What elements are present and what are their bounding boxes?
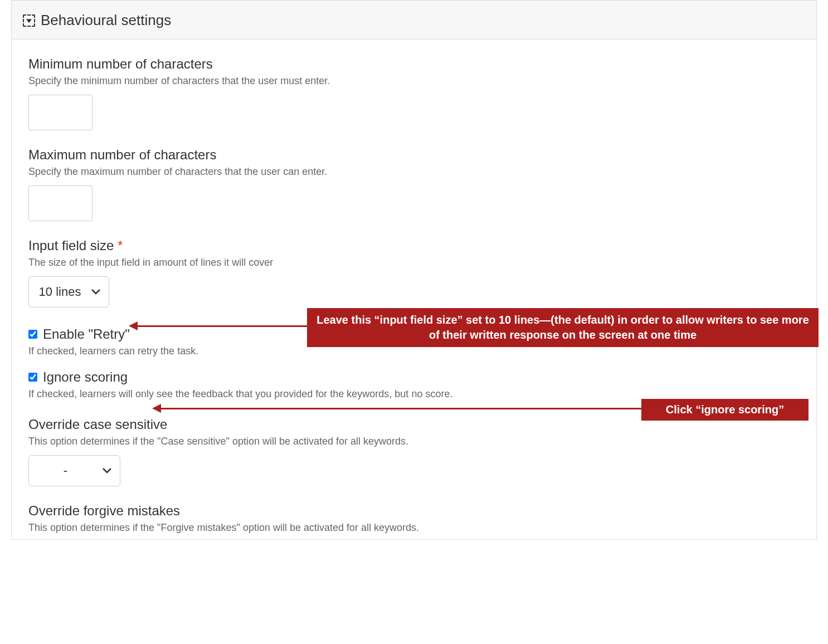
checkbox-label[interactable]: Ignore scoring <box>43 369 128 385</box>
input-size-select[interactable]: 10 lines <box>28 276 109 308</box>
callout-ignore-scoring: Click “ignore scoring” <box>641 399 808 421</box>
arrow-head-icon <box>129 321 138 330</box>
input-size-select-wrap: 10 lines <box>28 276 109 308</box>
field-desc: Specify the minimum number of characters… <box>28 75 800 87</box>
field-label: Input field size * <box>28 238 800 253</box>
panel-title: Behavioural settings <box>41 12 171 29</box>
ignore-scoring-checkbox[interactable] <box>28 373 37 382</box>
behavioural-settings-panel: Behavioural settings Minimum number of c… <box>11 0 817 540</box>
field-override-forgive: Override forgive mistakes This option de… <box>28 503 800 534</box>
field-input-size: Input field size * The size of the input… <box>28 238 800 308</box>
field-label-text: Input field size <box>28 238 114 253</box>
field-desc: Specify the maximum number of characters… <box>28 166 800 178</box>
field-label: Maximum number of characters <box>28 147 800 163</box>
override-case-select-wrap: - <box>28 455 120 486</box>
field-ignore-scoring: Ignore scoring If checked, learners will… <box>28 369 800 400</box>
arrow-line <box>138 325 307 327</box>
field-max-chars: Maximum number of characters Specify the… <box>28 147 800 221</box>
collapse-icon <box>23 14 35 27</box>
max-chars-input[interactable] <box>28 186 92 221</box>
field-desc: This option determines if the "Forgive m… <box>28 522 800 534</box>
field-override-case: Override case sensitive This option dete… <box>28 417 800 486</box>
field-label: Override forgive mistakes <box>28 503 800 519</box>
field-desc: If checked, learners can retry the task. <box>28 345 800 357</box>
field-desc: This option determines if the "Case sens… <box>28 436 800 447</box>
checkbox-label[interactable]: Enable "Retry" <box>43 326 130 342</box>
min-chars-input[interactable] <box>28 95 92 130</box>
field-desc: If checked, learners will only see the f… <box>28 388 800 400</box>
override-case-select[interactable]: - <box>28 455 120 486</box>
enable-retry-checkbox[interactable] <box>28 330 37 339</box>
panel-body: Minimum number of characters Specify the… <box>12 40 816 539</box>
checkbox-row: Ignore scoring <box>28 369 800 385</box>
panel-header[interactable]: Behavioural settings <box>12 1 816 40</box>
field-min-chars: Minimum number of characters Specify the… <box>28 56 800 130</box>
arrow-line <box>161 408 641 409</box>
field-label: Minimum number of characters <box>28 56 800 72</box>
field-desc: The size of the input field in amount of… <box>28 257 800 269</box>
arrow-head-icon <box>152 404 161 413</box>
callout-input-size: Leave this “input field size” set to 10 … <box>307 308 819 347</box>
required-mark: * <box>118 238 123 253</box>
